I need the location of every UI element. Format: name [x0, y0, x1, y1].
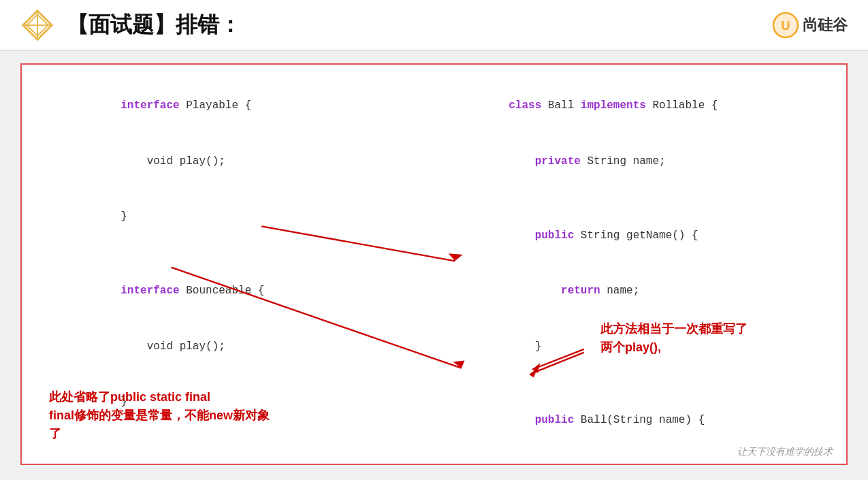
main-content: interface Playable { void play(); } inte…: [0, 51, 868, 480]
watermark: 让天下没有难学的技术: [737, 446, 833, 458]
page-title: 【面试题】排错：: [67, 10, 241, 40]
code-line-5: void play();: [42, 319, 410, 374]
rcode-blank2: [430, 374, 848, 393]
svg-text:U: U: [782, 19, 790, 33]
header-left: 【面试题】排错：: [20, 8, 241, 42]
rcode-line-4: return name;: [430, 263, 848, 319]
code-line-blank1: [42, 245, 410, 263]
code-area: interface Playable { void play(); } inte…: [42, 78, 826, 450]
brand-logo: U 尚硅谷: [772, 12, 848, 39]
brand-name: 尚硅谷: [803, 15, 848, 35]
annotation-right: 此方法相当于一次都重写了两个play(),: [600, 320, 757, 357]
code-line-4: interface Bounceable {: [42, 263, 410, 319]
right-code-column: class Ball implements Rollable { private…: [430, 78, 848, 465]
code-line-1: interface Playable {: [42, 78, 410, 134]
app-container: 【面试题】排错： U 尚硅谷 interface Playable {: [0, 0, 868, 480]
shiguigu-icon: U: [772, 12, 799, 39]
annotation-left: 此处省略了public static finalfinal修饰的变量是常量，不能…: [49, 388, 280, 443]
code-line-2: void play();: [42, 134, 410, 190]
rcode-line-3: public String getName() {: [430, 208, 848, 263]
rcode-line-1: class Ball implements Rollable {: [430, 78, 848, 134]
diamond-logo: [20, 8, 54, 42]
code-box: interface Playable { void play(); } inte…: [20, 63, 848, 465]
rcode-line-6: public Ball(String name) {: [430, 393, 848, 449]
code-line-3: }: [42, 189, 410, 245]
code-line-7: interface Rollable extends Playable,: [42, 449, 410, 465]
rcode-blank1: [430, 189, 848, 208]
header: 【面试题】排错： U 尚硅谷: [0, 0, 868, 51]
rcode-line-2: private String name;: [430, 134, 848, 190]
